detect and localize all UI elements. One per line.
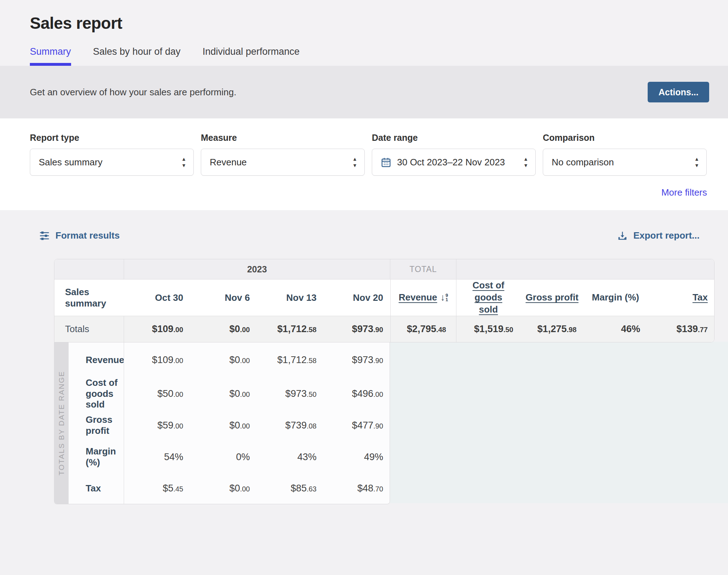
download-icon [617, 230, 628, 241]
cell-value: 43% [257, 441, 324, 473]
column-header-revenue-sort[interactable]: Revenue ↓ 91 [390, 279, 456, 316]
totals-oct-30: $109.00 [124, 316, 191, 342]
column-header-tax[interactable]: Tax [647, 279, 715, 316]
side-strip-label: TOTALS BY DATE RANGE [57, 371, 66, 475]
overview-description: Get an overview of how your sales are pe… [30, 87, 236, 98]
filter-measure: Measure Revenue ▲▼ [201, 133, 365, 176]
report-table-card: 2023 TOTAL Sales summary Oct 30 Nov 6 No… [54, 259, 714, 342]
row-label: Gross profit [69, 409, 124, 441]
sales-report-page: Sales report Summary Sales by hour of da… [0, 0, 728, 575]
cell-value: $739.08 [257, 409, 324, 441]
results-toolbar: Format results Export report... [0, 210, 728, 241]
sort-descending-icon: ↓ 91 [440, 291, 448, 304]
cell-value: $59.00 [124, 409, 191, 441]
cell-value: $973.50 [257, 377, 324, 410]
table-background-band [390, 342, 728, 503]
page-header: Sales report Summary Sales by hour of da… [0, 0, 728, 66]
cell-value: $0.00 [191, 377, 257, 410]
filters-section: Report type Sales summary ▲▼ Measure Rev… [0, 118, 728, 210]
comparison-select[interactable]: No comparison ▲▼ [543, 149, 707, 176]
corner-header: Sales summary [54, 279, 124, 316]
totals-row: Totals $109.00 $0.00 $1,712.58 $973.90 $… [54, 316, 714, 342]
column-header-nov-20: Nov 20 [324, 279, 391, 316]
tab-individual-performance[interactable]: Individual performance [203, 46, 300, 66]
measure-select[interactable]: Revenue ▲▼ [201, 149, 365, 176]
totals-nov-20: $973.90 [324, 316, 391, 342]
filter-date-range: Date range 30 Oct 2023–22 Nov 2023 ▲▼ [372, 133, 536, 176]
gross-profit-header-label: Gross profit [526, 292, 579, 304]
report-type-select[interactable]: Sales summary ▲▼ [30, 149, 194, 176]
format-results-label: Format results [55, 230, 120, 241]
tab-bar: Summary Sales by hour of day Individual … [30, 46, 698, 66]
results-section: Format results Export report... 2023 TOT… [0, 210, 728, 575]
date-range-label: Date range [372, 133, 536, 143]
cell-value: $1,712.58 [257, 342, 324, 377]
table-row-cost-of-goods-sold: Cost of goods sold $50.00 $0.00 $973.50 … [69, 377, 390, 409]
table-row-revenue: Revenue $109.00 $0.00 $1,712.58 $973.90 [69, 342, 390, 377]
export-report-button[interactable]: Export report... [617, 230, 700, 241]
cell-value: $496.00 [324, 377, 390, 410]
cell-value: $0.00 [191, 342, 257, 377]
overview-bar: Get an overview of how your sales are pe… [0, 66, 728, 118]
comparison-value: No comparison [552, 157, 694, 168]
totals-nov-13: $1,712.58 [257, 316, 324, 342]
total-cost-of-goods-sold: $1,519.50 [456, 316, 520, 342]
tax-header-label: Tax [692, 292, 708, 304]
cell-value: $109.00 [124, 342, 191, 377]
cell-value: 54% [124, 441, 191, 473]
group-header-row: 2023 TOTAL [54, 259, 714, 279]
tab-summary[interactable]: Summary [30, 46, 71, 66]
report-table: 2023 TOTAL Sales summary Oct 30 Nov 6 No… [0, 259, 728, 503]
revenue-header-label: Revenue [398, 292, 437, 304]
row-label: Margin (%) [69, 441, 118, 473]
total-group-header: TOTAL [390, 259, 456, 279]
filter-report-type: Report type Sales summary ▲▼ [30, 133, 194, 176]
select-spinner-icon: ▲▼ [523, 157, 528, 167]
tab-sales-by-hour-of-day[interactable]: Sales by hour of day [93, 46, 181, 66]
side-strip: TOTALS BY DATE RANGE [54, 342, 69, 504]
cell-value: $0.00 [191, 473, 257, 504]
actions-button[interactable]: Actions... [648, 82, 709, 102]
total-revenue: $2,795.48 [390, 316, 456, 342]
row-label: Tax [69, 473, 124, 504]
more-filters-link[interactable]: More filters [30, 187, 707, 198]
export-report-label: Export report... [633, 230, 700, 241]
column-header-nov-13: Nov 13 [257, 279, 324, 316]
totals-by-date-range-section: TOTALS BY DATE RANGE Revenue $109.00 $0.… [54, 342, 390, 504]
year-group-header: 2023 [124, 259, 390, 279]
total-margin: 46% [584, 316, 647, 342]
cell-value: $5.45 [124, 473, 191, 504]
report-type-label: Report type [30, 133, 194, 143]
total-tax: $139.77 [647, 316, 715, 342]
column-header-cost-of-goods-sold[interactable]: Cost of goods sold [456, 279, 520, 316]
margin-header-label: Margin (%) [592, 292, 639, 304]
measure-value: Revenue [210, 157, 352, 168]
column-header-gross-profit[interactable]: Gross profit [520, 279, 584, 316]
cogs-header-label: Cost of goods sold [465, 279, 512, 315]
cell-value: $477.90 [324, 409, 390, 441]
date-range-value: 30 Oct 2023–22 Nov 2023 [397, 157, 523, 168]
column-header-oct-30: Oct 30 [124, 279, 191, 316]
totals-row-label: Totals [54, 316, 124, 342]
column-header-row: Sales summary Oct 30 Nov 6 Nov 13 Nov 20… [54, 279, 714, 316]
date-range-select[interactable]: 30 Oct 2023–22 Nov 2023 ▲▼ [372, 149, 536, 176]
page-title: Sales report [30, 14, 698, 33]
cell-value: 0% [191, 441, 257, 473]
totals-nov-6: $0.00 [191, 316, 257, 342]
cell-value: $973.90 [324, 342, 390, 377]
cell-value: $0.00 [191, 409, 257, 441]
table-row-tax: Tax $5.45 $0.00 $85.63 $48.70 [69, 473, 390, 504]
measure-label: Measure [201, 133, 365, 143]
filter-comparison: Comparison No comparison ▲▼ [543, 133, 707, 176]
group-corner-cell [54, 259, 124, 279]
select-spinner-icon: ▲▼ [181, 157, 186, 167]
cell-value: $50.00 [124, 377, 191, 410]
total-gross-profit: $1,275.98 [520, 316, 584, 342]
cell-value: $48.70 [324, 473, 390, 504]
table-row-gross-profit: Gross profit $59.00 $0.00 $739.08 $477.9… [69, 409, 390, 441]
column-header-margin[interactable]: Margin (%) [584, 279, 647, 316]
table-row-margin: Margin (%) 54% 0% 43% 49% [69, 441, 390, 473]
row-label: Revenue [69, 342, 124, 377]
format-results-button[interactable]: Format results [39, 230, 120, 241]
row-label: Cost of goods sold [69, 377, 124, 410]
